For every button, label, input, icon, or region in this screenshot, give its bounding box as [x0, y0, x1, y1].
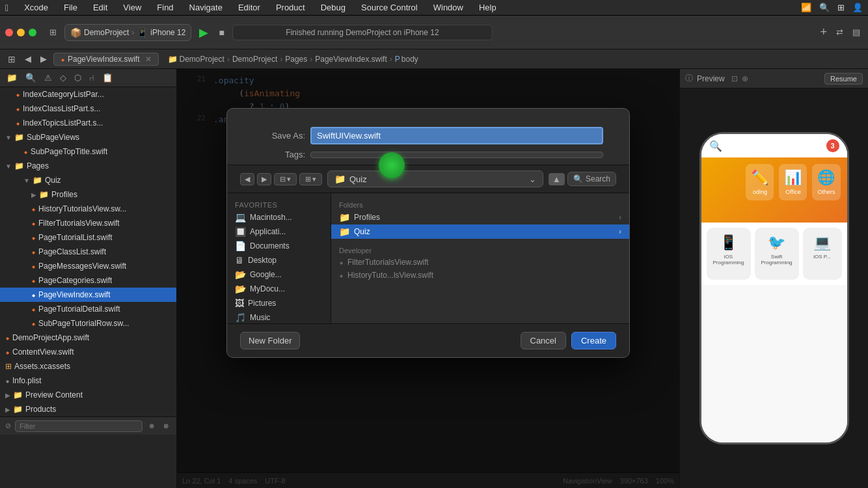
sort-button[interactable]: ⊗ — [161, 421, 171, 431]
menu-window[interactable]: Window — [431, 3, 466, 12]
device-name[interactable]: iPhone 12 — [150, 28, 185, 37]
swift-icon: ⬥ — [31, 305, 36, 314]
project-nav-button[interactable]: ⊞ — [5, 51, 18, 67]
list-view-button[interactable]: ⊟ ▾ — [274, 173, 297, 185]
filter-options-button[interactable]: ⊕ — [146, 421, 157, 431]
folder-row-quiz[interactable]: 📁 Quiz › — [331, 224, 629, 239]
folder-item-quiz[interactable]: ▼ 📁 Quiz — [0, 173, 176, 187]
file-item-demoapp[interactable]: ⬥ DemoProjectApp.swift — [0, 331, 176, 345]
menu-navigate[interactable]: Navigate — [187, 3, 225, 12]
menu-xcode[interactable]: Xcode — [21, 3, 51, 12]
sidebar-item-documents[interactable]: 📄 Documents — [227, 239, 331, 253]
menu-view[interactable]: View — [120, 3, 144, 12]
sidebar-item-macintosh[interactable]: 💻 Macintosh... — [227, 210, 331, 224]
breadcrumb-pages[interactable]: Pages — [285, 55, 307, 64]
sidebar-item-pictures[interactable]: 🖼 Pictures — [227, 296, 331, 310]
sidebar-item-music[interactable]: 🎵 Music — [227, 310, 331, 323]
file-item[interactable]: ⬥ FilterTutorialsView.swift — [0, 216, 176, 230]
stop-button[interactable]: ■ — [216, 25, 226, 40]
expand-button[interactable]: ▲ — [549, 173, 565, 185]
folder-item-subpageviews[interactable]: ▼ 📁 SubPageViews — [0, 130, 176, 144]
active-tab[interactable]: ⬥ PageViewIndex.swift ✕ — [53, 53, 159, 66]
nav-back-button[interactable]: ◀ — [240, 173, 254, 185]
breadcrumb-folder[interactable]: DemoProject — [232, 55, 277, 64]
favorites-section-label: Favorites — [227, 198, 331, 210]
breadcrumb-symbol[interactable]: P body — [395, 55, 418, 64]
folder-item-pages[interactable]: ▼ 📁 Pages — [0, 159, 176, 173]
close-button[interactable] — [5, 29, 13, 36]
assets-icon: ⊞ — [5, 362, 12, 371]
sidebar-icon-reports[interactable]: 📋 — [100, 72, 116, 84]
file-item[interactable]: ⬥ HistoryTutorialsView.sw... — [0, 202, 176, 216]
folder-item-products[interactable]: ▶ 📁 Products — [0, 402, 176, 416]
sidebar-icon-issues[interactable]: ⚠ — [42, 72, 55, 84]
run-button[interactable]: ▶ — [197, 23, 211, 42]
sidebar-item-mydoc[interactable]: 📂 MyDocu... — [227, 282, 331, 296]
breadcrumb-file[interactable]: PageViewIndex.swift — [315, 55, 387, 64]
add-button[interactable]: + — [817, 23, 830, 42]
back-button[interactable]: ◀ — [22, 51, 34, 66]
menu-source-control[interactable]: Source Control — [359, 3, 420, 12]
file-item-contentview[interactable]: ⬥ ContentView.swift — [0, 345, 176, 359]
menu-find[interactable]: Find — [154, 3, 176, 12]
sidebar-icon-debug[interactable]: ⬡ — [72, 72, 84, 84]
folder-item-preview[interactable]: ▶ 📁 Preview Content — [0, 388, 176, 402]
file-item[interactable]: ⬥ IndexClassListPart.s... — [0, 102, 176, 116]
tags-input[interactable] — [310, 152, 603, 158]
search-icon[interactable]: 🔍 — [819, 3, 830, 12]
file-item[interactable]: ⬥ SubPageTutorialRow.sw... — [0, 316, 176, 331]
sidebar-item-google[interactable]: 📂 Google... — [227, 267, 331, 282]
folder-selector[interactable]: 📁 Quiz ⌄ — [327, 170, 543, 187]
sidebar-icon-search[interactable]: 🔍 — [23, 72, 39, 84]
resume-button[interactable]: Resume — [824, 73, 863, 85]
chevron-right-icon: › — [619, 227, 621, 236]
sidebar-item-desktop[interactable]: 🖥 Desktop — [227, 253, 331, 267]
split-view-button[interactable]: ⇄ — [834, 25, 846, 40]
scheme-name[interactable]: DemoProject — [84, 28, 129, 37]
menu-product[interactable]: Product — [273, 3, 308, 12]
file-item[interactable]: ⬥ SubPageTopTitle.swift — [0, 144, 176, 159]
device-icon: 📱 — [137, 27, 148, 38]
filter-input[interactable] — [15, 420, 142, 432]
grid-view-button[interactable]: ⊞ ▾ — [299, 173, 322, 185]
nav-forward-button[interactable]: ▶ — [257, 173, 271, 185]
search-placeholder[interactable]: Search — [586, 174, 610, 183]
file-item[interactable]: ⬥ PageMessagesView.swift — [0, 259, 176, 273]
file-item[interactable]: ⬥ IndexTopicsListPart.s... — [0, 116, 176, 130]
sidebar-icon-folder[interactable]: 📁 — [4, 72, 20, 84]
preview-settings-icon: ⊕ — [742, 74, 748, 83]
sidebar-item-applications[interactable]: 🔲 Applicati... — [227, 224, 331, 239]
layout-button[interactable]: ▤ — [850, 25, 863, 40]
file-item[interactable]: ⬥ PageClassList.swift — [0, 245, 176, 259]
control-center-icon[interactable]: ⊞ — [837, 3, 845, 12]
forward-button[interactable]: ▶ — [38, 51, 49, 66]
file-item[interactable]: ⬥ PageTutorialDetail.swift — [0, 302, 176, 316]
folder-row-profiles[interactable]: 📁 Profiles › — [331, 210, 629, 224]
new-folder-button[interactable]: New Folder — [240, 332, 300, 349]
menu-debug[interactable]: Debug — [318, 3, 348, 12]
save-as-input[interactable] — [310, 127, 603, 144]
menu-editor[interactable]: Editor — [236, 3, 263, 12]
maximize-button[interactable] — [29, 29, 36, 36]
sidebar-toggle-button[interactable]: ⊞ — [47, 25, 59, 40]
menu-help[interactable]: Help — [476, 3, 499, 12]
sidebar-icon-breakpoints[interactable]: ⑁ — [87, 72, 97, 84]
menu-edit[interactable]: Edit — [90, 3, 110, 12]
folder-item-profiles[interactable]: ▶ 📁 Profiles — [0, 187, 176, 202]
file-item-plist[interactable]: ⬥ Info.plist — [0, 373, 176, 388]
tutorial-card-swift: 🐦 Swift Programming — [755, 228, 799, 280]
file-item[interactable]: ⬥ IndexCategoryListPar... — [0, 87, 176, 102]
apple-logo-icon[interactable]:  — [5, 3, 8, 13]
close-tab-icon[interactable]: ✕ — [145, 55, 152, 64]
active-file-item[interactable]: ⬥ PageViewIndex.swift — [0, 288, 176, 302]
user-avatar[interactable]: 👤 — [852, 3, 863, 12]
cancel-button[interactable]: Cancel — [521, 332, 566, 349]
chevron-right-icon: ▶ — [31, 191, 36, 198]
file-item[interactable]: ⬥ PageCategories.swift — [0, 273, 176, 288]
file-item-assets[interactable]: ⊞ Assets.xcassets — [0, 359, 176, 373]
minimize-button[interactable] — [17, 29, 25, 36]
create-button[interactable]: Create — [571, 332, 616, 349]
sidebar-icon-tests[interactable]: ◇ — [57, 72, 69, 84]
menu-file[interactable]: File — [61, 3, 80, 12]
file-item[interactable]: ⬥ PageTutorialList.swift — [0, 230, 176, 245]
